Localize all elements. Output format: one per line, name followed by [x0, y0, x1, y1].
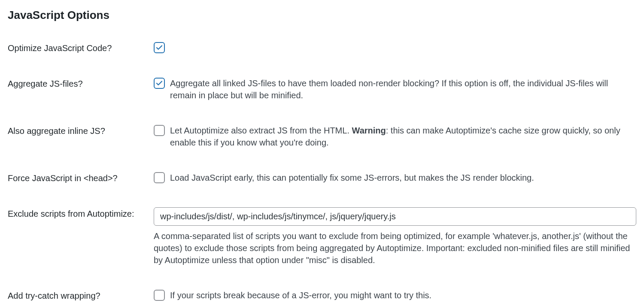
option-row-optimize: Optimize JavaScript Code? — [8, 42, 636, 54]
option-label-inline: Also aggregate inline JS? — [8, 124, 154, 137]
checkbox-force-head[interactable] — [154, 172, 165, 183]
check-icon — [155, 44, 163, 52]
option-row-aggregate: Aggregate JS-files? Aggregate all linked… — [8, 77, 636, 101]
option-desc-inline: Let Autoptimize also extract JS from the… — [170, 124, 636, 148]
option-desc-exclude: A comma-separated list of scripts you wa… — [154, 230, 636, 266]
desc-text: Let Autoptimize also extract JS from the… — [170, 126, 352, 135]
option-label-optimize: Optimize JavaScript Code? — [8, 42, 154, 54]
option-label-trycatch: Add try-catch wrapping? — [8, 289, 154, 302]
section-title: JavaScript Options — [8, 8, 636, 23]
option-desc-force-head: Load JavaScript early, this can potentia… — [170, 172, 534, 184]
exclude-scripts-input[interactable] — [154, 207, 636, 226]
checkbox-trycatch[interactable] — [154, 290, 165, 301]
option-label-force-head: Force JavaScript in <head>? — [8, 172, 154, 184]
option-desc-aggregate: Aggregate all linked JS-files to have th… — [170, 77, 636, 101]
checkbox-inline[interactable] — [154, 125, 165, 136]
checkbox-optimize[interactable] — [154, 42, 165, 53]
option-row-exclude: Exclude scripts from Autoptimize: A comm… — [8, 207, 636, 266]
option-row-trycatch: Add try-catch wrapping? If your scripts … — [8, 289, 636, 302]
option-label-aggregate: Aggregate JS-files? — [8, 77, 154, 90]
option-label-exclude: Exclude scripts from Autoptimize: — [8, 207, 154, 220]
check-icon — [155, 79, 163, 87]
option-desc-trycatch: If your scripts break because of a JS-er… — [170, 289, 431, 301]
checkbox-aggregate[interactable] — [154, 78, 165, 89]
option-row-force-head: Force JavaScript in <head>? Load JavaScr… — [8, 172, 636, 184]
option-row-inline: Also aggregate inline JS? Let Autoptimiz… — [8, 124, 636, 148]
warning-label: Warning — [352, 126, 386, 135]
